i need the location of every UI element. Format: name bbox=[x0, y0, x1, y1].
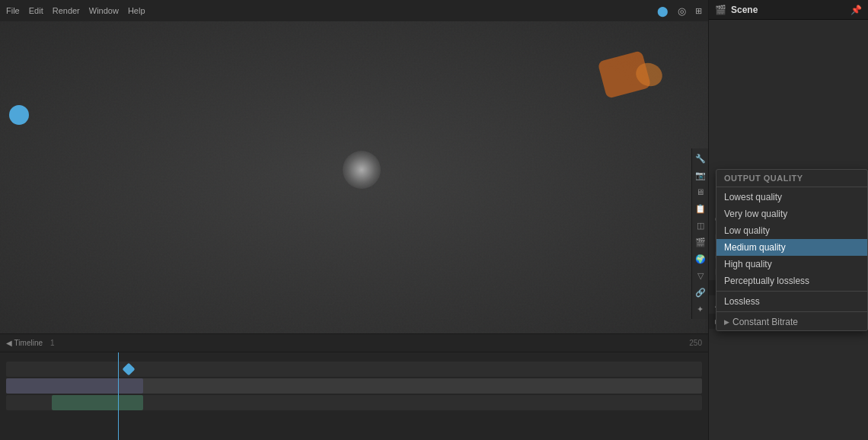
timeline-header: ◀ Timeline 1 250 bbox=[0, 334, 708, 352]
panel-icon-constraints[interactable]: 🔗 bbox=[694, 285, 707, 299]
panel-icon-view-layer[interactable]: ◫ bbox=[694, 218, 707, 232]
panel-icon-render[interactable]: 🖥 bbox=[694, 185, 707, 199]
timeline-area: ◀ Timeline 1 250 bbox=[0, 333, 708, 440]
dropdown-section-title: Output quality bbox=[716, 170, 867, 185]
timeline-track-2[interactable] bbox=[6, 378, 702, 394]
dropdown-item-low[interactable]: Low quality bbox=[716, 222, 867, 239]
xray-icon[interactable]: ⊞ bbox=[695, 6, 702, 16]
timeline-content[interactable] bbox=[0, 352, 708, 440]
panel-icon-scene[interactable]: 📷 bbox=[694, 168, 707, 182]
timeline-frame-start: 1 bbox=[50, 339, 55, 347]
panel-icon-scene2[interactable]: 🎬 bbox=[694, 235, 707, 249]
panel-icon-output[interactable]: 📋 bbox=[694, 202, 707, 215]
timeline-track-3[interactable] bbox=[6, 395, 702, 410]
menu-edit[interactable]: Edit bbox=[29, 6, 43, 15]
blue-circle-object bbox=[9, 105, 29, 125]
main-area: File Edit Render Window Help ⬤ ◎ ⊞ ◀ Tim… bbox=[0, 0, 708, 440]
keyframe-1[interactable] bbox=[123, 363, 136, 376]
panel-scene-icon: 🎬 bbox=[715, 5, 726, 15]
right-panel: 🎬 Scene 📌 Output quality Lowest quality … bbox=[708, 0, 868, 440]
dropdown-separator-1 bbox=[716, 187, 867, 187]
menu-window[interactable]: Window bbox=[89, 6, 119, 15]
menu-help[interactable]: Help bbox=[128, 6, 145, 15]
panel-pin-icon[interactable]: 📌 bbox=[850, 5, 862, 15]
dropdown-separator-3 bbox=[716, 311, 867, 312]
time-indicator bbox=[118, 352, 119, 440]
dropdown-item-medium[interactable]: Medium quality bbox=[716, 239, 867, 256]
dropdown-item-constant-bitrate[interactable]: ▶ Constant Bitrate bbox=[716, 314, 867, 330]
timeline-frame-end: 250 bbox=[689, 339, 702, 347]
dropdown-item-lowest[interactable]: Lowest quality bbox=[716, 189, 867, 206]
timeline-header-label: ◀ Timeline bbox=[6, 339, 43, 347]
viewport-orb bbox=[343, 151, 381, 189]
dropdown-item-perceptually-lossless[interactable]: Perceptually lossless bbox=[716, 273, 867, 289]
viewport-shading-icon[interactable]: ⬤ bbox=[657, 5, 669, 17]
panel-title: Scene bbox=[731, 5, 846, 15]
output-quality-dropdown[interactable]: Output quality Lowest quality Very low q… bbox=[716, 169, 868, 331]
panel-icon-tools[interactable]: 🔧 bbox=[694, 151, 707, 165]
menu-file[interactable]: File bbox=[6, 6, 20, 15]
overlay-icon[interactable]: ◎ bbox=[678, 5, 686, 17]
dropdown-item-lossless[interactable]: Lossless bbox=[716, 293, 867, 310]
menu-render[interactable]: Render bbox=[53, 6, 80, 15]
dropdown-separator-2 bbox=[716, 291, 867, 292]
dropdown-item-very-low[interactable]: Very low quality bbox=[716, 206, 867, 222]
panel-icon-particles[interactable]: ✦ bbox=[694, 302, 707, 316]
timeline-track-1[interactable] bbox=[6, 362, 702, 377]
panel-icon-strip: 🔧 📷 🖥 📋 ◫ 🎬 🌍 ▽ 🔗 ✦ bbox=[691, 148, 708, 319]
viewport[interactable] bbox=[0, 21, 708, 333]
dropdown-item-high[interactable]: High quality bbox=[716, 256, 867, 273]
top-bar: File Edit Render Window Help ⬤ ◎ ⊞ bbox=[0, 0, 708, 21]
panel-icon-world[interactable]: 🌍 bbox=[694, 252, 707, 266]
panel-icon-object[interactable]: ▽ bbox=[694, 269, 707, 282]
panel-header: 🎬 Scene 📌 bbox=[709, 0, 868, 20]
